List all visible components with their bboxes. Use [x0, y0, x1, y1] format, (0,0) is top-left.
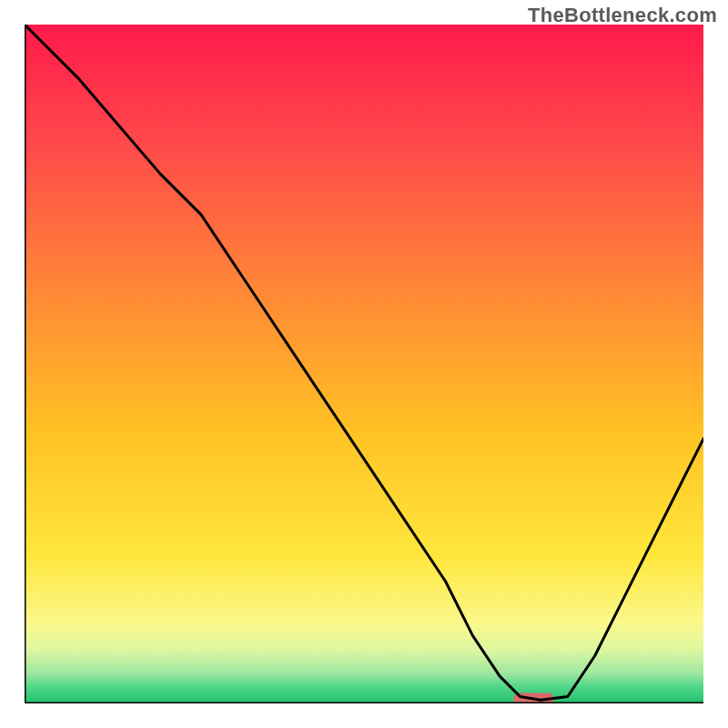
watermark-text: TheBottleneck.com: [528, 4, 717, 27]
gradient-background: [25, 25, 703, 703]
chart-container: [25, 25, 703, 703]
bottleneck-chart: [25, 25, 703, 703]
